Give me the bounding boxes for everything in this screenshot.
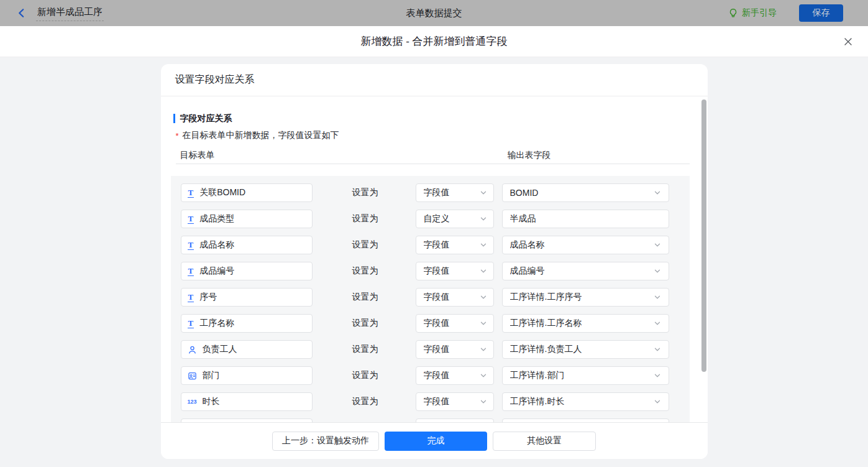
chevron-down-icon: [654, 320, 661, 327]
field-mapping-row: T工序名称设置为字段值工序详情.工序名称: [171, 314, 690, 333]
value-mode-select[interactable]: [416, 418, 494, 422]
field-mapping-row: 123时长设置为字段值工序详情.时长: [171, 392, 690, 411]
field-mapping-row: T关联BOMID设置为字段值BOMID: [171, 183, 690, 202]
target-field-label: 成品类型: [199, 213, 234, 224]
target-field-box: 部门: [181, 366, 313, 385]
value-mode-select[interactable]: 字段值: [416, 366, 494, 385]
modal-header: 新增数据 - 合并新增到普通字段: [0, 26, 868, 57]
value-mode-label: 字段值: [424, 187, 450, 198]
set-as-label: 设置为: [352, 344, 378, 355]
set-as-label: 设置为: [352, 266, 378, 277]
output-field-select[interactable]: 工序详情.工序名称: [502, 314, 669, 333]
value-mode-select[interactable]: 字段值: [416, 314, 494, 333]
chevron-down-icon: [480, 189, 487, 197]
value-mode-label: 字段值: [424, 266, 450, 277]
chevron-down-icon: [480, 372, 487, 379]
chevron-down-icon: [654, 189, 661, 197]
topbar: 新增半成品工序 表单数据提交 新手引导 保存: [0, 0, 868, 26]
chevron-down-icon: [480, 267, 487, 275]
value-mode-select[interactable]: 字段值: [416, 392, 494, 411]
value-mode-label: 自定义: [424, 213, 450, 224]
output-field-select[interactable]: 工序详情.时长: [502, 392, 669, 411]
beginner-guide-link[interactable]: 新手引导: [728, 7, 777, 19]
save-button[interactable]: 保存: [799, 4, 843, 22]
output-field-label: 成品名称: [510, 239, 545, 251]
field-mapping-row: 部门设置为字段值工序详情.部门: [171, 366, 690, 385]
target-field-label: 负责工人: [203, 344, 237, 355]
field-mapping-row: 负责工人设置为字段值工序详情.负责工人: [171, 340, 690, 359]
other-settings-button[interactable]: 其他设置: [493, 432, 596, 451]
value-mode-select[interactable]: 自定义: [416, 210, 494, 228]
output-field-select[interactable]: BOMID: [502, 183, 669, 202]
modal-body: 设置字段对应关系 字段对应关系 * 在目标表单中新增数据，字段值设置如下 目标表…: [0, 57, 868, 467]
department-field-icon: [188, 371, 197, 381]
output-field-label: 半成品: [510, 213, 536, 224]
chevron-down-icon: [480, 215, 487, 223]
target-field-box: [181, 418, 313, 422]
output-field-label: 成品编号: [510, 266, 545, 277]
output-field-select[interactable]: 工序详情.工序序号: [502, 288, 669, 307]
section-description-text: 在目标表单中新增数据，字段值设置如下: [183, 130, 339, 141]
output-field-select[interactable]: 成品名称: [502, 236, 669, 254]
lightbulb-icon: [728, 8, 738, 18]
target-field-label: 关联BOMID: [199, 187, 245, 198]
topbar-right: 新手引导 保存: [728, 4, 843, 22]
number-field-icon: 123: [188, 399, 197, 405]
output-field-label: 工序详情.工序名称: [510, 318, 582, 329]
done-button[interactable]: 完成: [385, 432, 487, 451]
value-mode-select[interactable]: 字段值: [416, 262, 494, 280]
text-field-icon: T: [188, 293, 194, 302]
field-mapping-panel: T关联BOMID设置为字段值BOMIDT成品类型设置为自定义半成品T成品名称设置…: [171, 176, 690, 422]
app-root: 新增半成品工序 表单数据提交 新手引导 保存 新增数据 - 合并新增到普通字段: [0, 0, 868, 467]
chevron-down-icon: [654, 267, 661, 275]
value-mode-label: 字段值: [424, 318, 450, 329]
workflow-title[interactable]: 新增半成品工序: [36, 5, 104, 21]
chevron-down-icon: [654, 398, 661, 405]
chevron-down-icon: [480, 346, 487, 353]
back-button[interactable]: [16, 7, 27, 19]
text-field-icon: T: [188, 188, 194, 198]
value-mode-select[interactable]: 字段值: [416, 236, 494, 254]
value-mode-label: 字段值: [424, 370, 450, 381]
close-button[interactable]: [843, 37, 853, 47]
output-field-label: 工序详情.工序序号: [510, 292, 582, 303]
chevron-down-icon: [654, 372, 661, 379]
field-mapping-row-partial: [171, 418, 690, 422]
target-field-box: T成品类型: [181, 210, 313, 228]
chevron-down-icon: [654, 294, 661, 301]
output-field-select[interactable]: 工序详情.部门: [502, 366, 669, 385]
value-mode-select[interactable]: 字段值: [416, 183, 494, 202]
target-field-label: 成品名称: [199, 239, 234, 251]
required-asterisk: *: [176, 131, 179, 141]
target-field-box: 123时长: [181, 392, 313, 411]
output-field-select[interactable]: [502, 418, 669, 422]
topbar-center-title: 表单数据提交: [406, 0, 462, 26]
target-field-label: 成品编号: [199, 266, 234, 277]
custom-value-input[interactable]: 半成品: [502, 210, 669, 228]
prev-step-button[interactable]: 上一步：设置触发动作: [272, 432, 379, 451]
section-description: * 在目标表单中新增数据，字段值设置如下: [176, 130, 339, 141]
scrollbar-thumb[interactable]: [701, 99, 706, 372]
beginner-guide-label: 新手引导: [742, 7, 777, 19]
value-mode-label: 字段值: [424, 396, 450, 407]
output-field-label: 工序详情.负责工人: [510, 344, 582, 355]
target-field-label: 部门: [203, 370, 220, 381]
set-as-label: 设置为: [352, 213, 378, 224]
section-title: 字段对应关系: [173, 114, 232, 123]
text-field-icon: T: [188, 319, 194, 328]
value-mode-label: 字段值: [424, 239, 450, 251]
chevron-down-icon: [654, 241, 661, 249]
field-mapping-row: T序号设置为字段值工序详情.工序序号: [171, 288, 690, 307]
card-content: 字段对应关系 * 在目标表单中新增数据，字段值设置如下 目标表单 输出表字段 T…: [161, 96, 708, 422]
field-mapping-card: 设置字段对应关系 字段对应关系 * 在目标表单中新增数据，字段值设置如下 目标表…: [161, 64, 708, 459]
output-field-label: BOMID: [510, 188, 539, 198]
output-field-select[interactable]: 工序详情.负责工人: [502, 340, 669, 359]
column-output-field: 输出表字段: [508, 150, 551, 161]
output-field-label: 工序详情.部门: [510, 370, 565, 381]
set-as-label: 设置为: [352, 318, 378, 329]
output-field-select[interactable]: 成品编号: [502, 262, 669, 280]
value-mode-select[interactable]: 字段值: [416, 340, 494, 359]
target-field-box: T序号: [181, 288, 313, 307]
value-mode-select[interactable]: 字段值: [416, 288, 494, 307]
target-field-label: 工序名称: [199, 318, 234, 329]
